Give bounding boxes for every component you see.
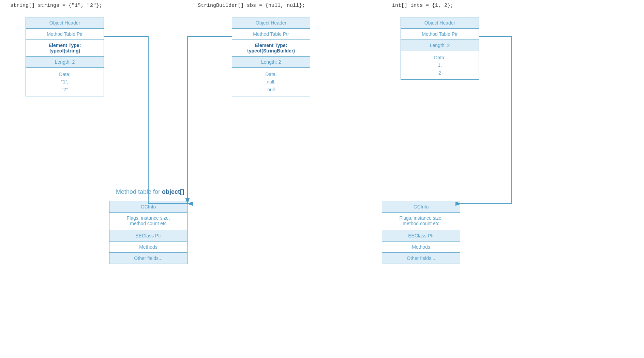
object-method-table-box: GCInfo Flags, instance size,method count… [109, 201, 188, 264]
strings-object-header: Object Header [26, 17, 104, 29]
code-line-1: string[] strings = {"1", "2"}; [10, 3, 102, 9]
arrow-strings-to-method-table [104, 36, 188, 204]
method-table-label: Method table for object[] [116, 188, 184, 196]
int-methods: Methods [382, 242, 460, 253]
obj-methods: Methods [109, 242, 187, 253]
int-other-fields: Other fields... [382, 253, 460, 264]
strings-length: Length: 2 [26, 57, 104, 68]
code-line-3: int[] ints = {1, 2}; [392, 3, 453, 9]
sbs-element-type: Element Type:typeof(StringBuilder) [232, 40, 310, 57]
ints-method-table-ptr: Method Table Ptr [401, 29, 479, 40]
strings-array-box: Object Header Method Table Ptr Element T… [26, 17, 104, 96]
obj-eeclass: EEClass Ptr [109, 230, 187, 242]
int-eeclass: EEClass Ptr [382, 230, 460, 242]
strings-method-table-ptr: Method Table Ptr [26, 29, 104, 40]
obj-other-fields: Other fields... [109, 253, 187, 264]
sbs-array-box: Object Header Method Table Ptr Element T… [232, 17, 310, 96]
int-method-table-box: GCInfo Flags, instance size,method count… [382, 201, 460, 264]
obj-gcinfo: GCInfo [109, 201, 187, 213]
int-gcinfo: GCInfo [382, 201, 460, 213]
strings-data: Data:“1”,“2” [26, 68, 104, 96]
sbs-data: Data:null,null [232, 68, 310, 96]
ints-array-box: Object Header Method Table Ptr Length: 2… [401, 17, 479, 80]
obj-flags: Flags, instance size,method count etc [109, 213, 187, 230]
arrow-sbs-to-method-table [188, 36, 232, 204]
sbs-length: Length: 2 [232, 57, 310, 68]
ints-data: Data:1,2 [401, 51, 479, 79]
int-flags: Flags, instance size,method count etc [382, 213, 460, 230]
ints-length: Length: 2 [401, 40, 479, 51]
ints-object-header: Object Header [401, 17, 479, 29]
code-line-2: StringBuilder[] sbs = {null, null}; [198, 3, 305, 9]
sbs-object-header: Object Header [232, 17, 310, 29]
strings-element-type: Element Type:typeof(string) [26, 40, 104, 57]
sbs-method-table-ptr: Method Table Ptr [232, 29, 310, 40]
